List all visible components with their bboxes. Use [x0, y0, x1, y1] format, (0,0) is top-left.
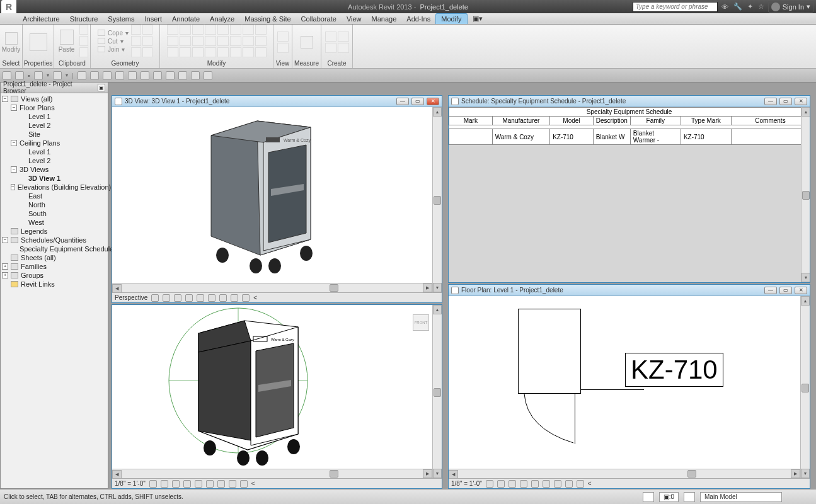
vfoot-icon[interactable]	[149, 480, 157, 488]
keys-icon[interactable]: 🔧	[732, 3, 744, 11]
vfoot-icon[interactable]	[206, 480, 214, 488]
vfoot-icon[interactable]	[520, 480, 527, 488]
close-button[interactable]: ✕	[795, 98, 807, 105]
col-family[interactable]: Family	[630, 117, 681, 125]
minimize-button[interactable]: —	[764, 287, 777, 294]
tree-3d-views[interactable]: −3D Views	[2, 165, 106, 174]
save-icon[interactable]	[15, 71, 24, 80]
vfoot-icon[interactable]	[197, 294, 204, 302]
qat-icon[interactable]	[178, 71, 187, 80]
tab-architecture[interactable]: Architecture	[18, 13, 65, 24]
redo-icon[interactable]	[53, 71, 62, 80]
browser-close-icon[interactable]: ▣	[98, 84, 105, 91]
binoculars-icon[interactable]: 👁	[720, 3, 730, 11]
vfoot-icon[interactable]	[242, 294, 250, 302]
col-typemark[interactable]: Type Mark	[681, 117, 731, 125]
tree-schedules[interactable]: −Schedules/Quantities	[2, 236, 106, 244]
tree-fp-level1[interactable]: Level 1	[2, 112, 106, 121]
vfoot-icon[interactable]	[531, 480, 539, 488]
search-input[interactable]	[633, 2, 718, 12]
scrollbar-vertical[interactable]: ▲▼	[801, 107, 810, 282]
tree-cp-level1[interactable]: Level 1	[2, 147, 106, 156]
join-button[interactable]: Join ▾	[98, 46, 129, 53]
vfoot-icon[interactable]	[151, 294, 159, 302]
tab-insert[interactable]: Insert	[140, 13, 168, 24]
minimize-button[interactable]: —	[396, 98, 409, 105]
vfoot-icon[interactable]	[208, 294, 215, 302]
tree-views-root[interactable]: −Views (all)	[2, 94, 106, 103]
vfoot-icon[interactable]	[163, 294, 170, 302]
vfoot-icon[interactable]	[195, 480, 202, 488]
subscription-icon[interactable]: ✦	[746, 3, 754, 11]
tree-fp-level2[interactable]: Level 2	[2, 121, 106, 130]
tree-legends[interactable]: Legends	[2, 227, 106, 236]
maximize-button[interactable]: ▭	[411, 98, 424, 105]
tree-groups[interactable]: +Groups	[2, 271, 106, 280]
vfoot-icon[interactable]	[229, 480, 236, 488]
app-logo[interactable]: R	[1, 0, 16, 13]
tab-modify[interactable]: Modify	[435, 13, 467, 24]
vfoot-icon[interactable]	[554, 480, 561, 488]
scrollbar-horizontal[interactable]: ◀▶	[449, 469, 800, 478]
minimize-button[interactable]: —	[764, 98, 777, 105]
qat-icon[interactable]	[191, 71, 200, 80]
close-button[interactable]: ✕	[427, 98, 439, 105]
paste-button[interactable]: Paste	[57, 27, 77, 55]
tab-manage[interactable]: Manage	[367, 13, 402, 24]
floorplan-canvas[interactable]: KZ-710	[449, 296, 810, 478]
maximize-button[interactable]: ▭	[779, 98, 792, 105]
col-description[interactable]: Description	[593, 117, 630, 125]
status-icon[interactable]	[643, 492, 654, 502]
vfoot-icon[interactable]	[183, 480, 191, 488]
tab-add-ins[interactable]: Add-Ins	[401, 13, 435, 24]
qat-icon[interactable]	[153, 71, 162, 80]
vfoot-icon[interactable]	[486, 480, 493, 488]
viewcube[interactable]: FRONT	[413, 314, 429, 331]
open-icon[interactable]	[3, 71, 11, 80]
tree-sheets[interactable]: Sheets (all)	[2, 253, 106, 262]
tree-3d-view-1[interactable]: 3D View 1	[2, 174, 106, 183]
qat-icon[interactable]	[128, 71, 137, 80]
table-row[interactable]: Warm & Cozy KZ-710 Blanket W Blanket War…	[449, 129, 810, 145]
measure-button[interactable]	[297, 28, 317, 56]
tree-fp-site[interactable]: Site	[2, 130, 106, 139]
qat-icon[interactable]	[78, 71, 86, 80]
qat-icon[interactable]	[141, 71, 149, 80]
scrollbar-vertical[interactable]: ▲▼	[432, 107, 442, 292]
scrollbar-horizontal[interactable]: ◀▶	[112, 283, 432, 292]
tree-revit-links[interactable]: Revit Links	[2, 280, 106, 289]
scrollbar-vertical[interactable]: ▲▼	[432, 305, 442, 478]
tree-elev-north[interactable]: North	[2, 200, 106, 209]
match-icon[interactable]	[79, 47, 88, 57]
tab-systems[interactable]: Systems	[103, 13, 139, 24]
cut-icon[interactable]	[79, 25, 88, 35]
col-comments[interactable]: Comments	[731, 117, 809, 125]
vfoot-icon[interactable]	[543, 480, 550, 488]
tree-elev-east[interactable]: East	[2, 192, 106, 200]
vfoot-icon[interactable]	[219, 294, 227, 302]
scrollbar-horizontal[interactable]: ◀▶	[112, 469, 432, 478]
vfoot-icon[interactable]	[217, 480, 225, 488]
filter-icon[interactable]	[684, 492, 695, 502]
tab-massing-site[interactable]: Massing & Site	[239, 13, 296, 24]
tab-view[interactable]: View	[342, 13, 367, 24]
vfoot-icon[interactable]	[565, 480, 573, 488]
tab-annotate[interactable]: Annotate	[167, 13, 205, 24]
close-button[interactable]: ✕	[795, 287, 807, 294]
tree-cp-level2[interactable]: Level 2	[2, 156, 106, 165]
vfoot-icon[interactable]	[497, 480, 505, 488]
col-model[interactable]: Model	[550, 117, 594, 125]
maximize-button[interactable]: ▭	[779, 287, 792, 294]
select-button[interactable]: Modify	[1, 28, 21, 56]
qat-icon[interactable]	[204, 71, 212, 80]
undo-icon[interactable]	[34, 71, 43, 80]
cut-geom-button[interactable]: Cut ▾	[98, 38, 129, 45]
qat-icon[interactable]	[103, 71, 112, 80]
favorite-icon[interactable]: ☆	[757, 3, 766, 11]
tree-sched-item[interactable]: Specialty Equipment Schedule	[2, 244, 106, 253]
qat-icon[interactable]	[115, 71, 124, 80]
scrollbar-vertical[interactable]: ▲▼	[800, 296, 810, 478]
vfoot-icon[interactable]	[231, 294, 238, 302]
vfoot-icon[interactable]	[174, 294, 181, 302]
vfoot-icon[interactable]	[161, 480, 168, 488]
